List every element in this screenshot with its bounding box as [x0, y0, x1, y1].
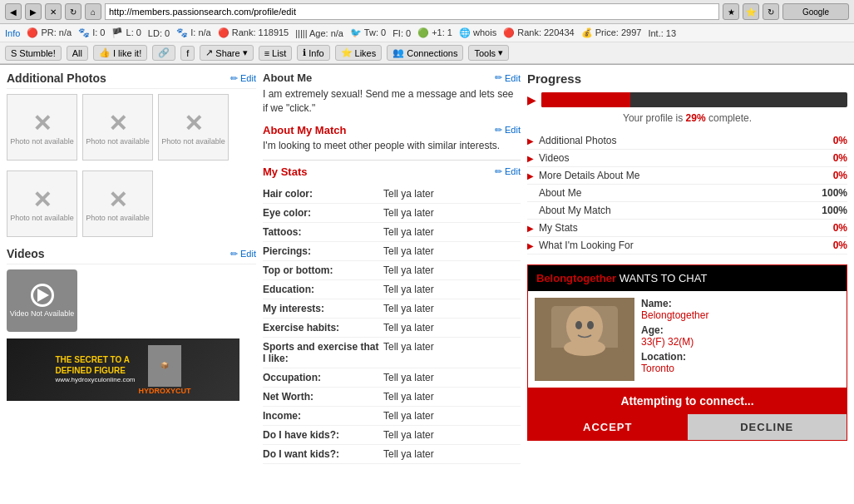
my-stats-title: My Stats [263, 166, 307, 178]
photo-slot-1: ✕ Photo not available [7, 94, 77, 161]
progress-item-arrow-1: ▶ [527, 154, 534, 163]
info-btn[interactable]: ℹ Info [297, 45, 329, 61]
likes-btn[interactable]: ⭐ Likes [335, 45, 383, 61]
progress-item-arrow-2: ▶ [527, 171, 534, 180]
my-stats-edit-label: Edit [505, 166, 521, 176]
chat-status: Attempting to connect... [528, 388, 847, 414]
about-match-title: About My Match [263, 124, 346, 136]
video-not-available-label: Video Not Available [10, 309, 75, 318]
chat-age-value: 33(F) 32(M) [641, 336, 694, 348]
connections-label: Connections [407, 48, 457, 58]
address-bar[interactable] [105, 3, 719, 20]
ad-brand: www.hydroxyculonline.com [55, 376, 135, 384]
main-content: Additional Photos ✏ Edit ✕ Photo not ava… [0, 65, 854, 471]
about-match-edit-label: Edit [505, 125, 521, 135]
bookmark-star[interactable]: ★ [723, 3, 739, 20]
all-btn[interactable]: All [67, 46, 88, 61]
ad-banner[interactable]: THE SECRET TO A DEFINED FIGURE www.hydro… [7, 338, 239, 401]
stat-row: Education:Tell ya later [263, 280, 521, 299]
progress-text: Your profile is 29% complete. [527, 112, 847, 124]
ad-line2: DEFINED FIGURE [55, 365, 135, 376]
home-button[interactable]: ⌂ [85, 3, 101, 20]
left-column: Additional Photos ✏ Edit ✕ Photo not ava… [7, 72, 256, 464]
progress-items: ▶Additional Photos0%▶Videos0%▶More Detai… [527, 132, 847, 254]
chat-widget: Belongtogether WANTS TO CHAT [527, 264, 847, 441]
google-search[interactable]: Google [782, 3, 849, 20]
forward-button[interactable]: ▶ [25, 3, 42, 20]
connections-btn[interactable]: 👥 Connections [387, 45, 463, 61]
stat-label-9: Occupation: [263, 372, 383, 383]
video-section: Videos ✏ Edit Video Not Available [7, 247, 256, 332]
accept-button[interactable]: ACCEPT [528, 414, 688, 440]
chat-buttons: ACCEPT DECLINE [528, 414, 847, 440]
about-match-edit-link[interactable]: ✏ Edit [495, 125, 521, 136]
my-stats-edit-link[interactable]: ✏ Edit [495, 166, 521, 177]
chat-name-value: Belongtogether [641, 309, 708, 321]
share-btn[interactable]: ↗ Share ▾ [200, 45, 253, 61]
chat-avatar [535, 298, 634, 381]
bookmarks-bar: S Stumble! All 👍 I like it! 🔗 f ↗ Share … [0, 42, 854, 64]
progress-item-arrow-0: ▶ [527, 136, 534, 146]
photo-slot-5: ✕ Photo not available [82, 170, 153, 237]
progress-item: ▶My Stats0% [527, 220, 847, 237]
progress-item-label-0: Additional Photos [539, 135, 833, 146]
reload-button[interactable]: ↻ [65, 3, 81, 20]
stat-row: Exercise habits:Tell ya later [263, 319, 521, 338]
progress-bar-outer [541, 92, 847, 107]
progress-title: Progress [527, 72, 847, 86]
i0-item: 🐾 I: 0 [78, 27, 105, 38]
fi-item: FI: 0 [392, 28, 411, 38]
stat-label-13: Do I want kids?: [263, 448, 383, 460]
stat-row: Income:Tell ya later [263, 407, 521, 426]
videos-edit-link[interactable]: ✏ Edit [230, 249, 256, 259]
list-btn[interactable]: ≡ List [259, 46, 293, 61]
refresh-btn[interactable]: ↻ [763, 3, 779, 20]
stat-label-7: Exercise habits: [263, 322, 383, 334]
progress-pre: Your profile is [623, 112, 686, 124]
stat-label-5: Education: [263, 284, 383, 295]
progress-item-arrow-4: ▶ [527, 206, 534, 215]
play-button[interactable] [31, 284, 54, 307]
stat-label-8: Sports and exercise that I like: [263, 341, 383, 364]
stat-value-8: Tell ya later [383, 341, 434, 353]
stat-label-3: Piercings: [263, 245, 383, 257]
about-me-section: About Me ✏ Edit I am extremely sexual! S… [263, 72, 521, 116]
stat-row: Eye color:Tell ya later [263, 204, 521, 223]
info-item[interactable]: Info [5, 28, 20, 38]
photos-edit-link[interactable]: ✏ Edit [230, 73, 256, 84]
about-me-edit-link[interactable]: ✏ Edit [495, 72, 521, 83]
my-stats-edit-icon: ✏ [495, 166, 502, 177]
progress-item-pct-5: 0% [833, 222, 847, 234]
age-item: ||||| Age: n/a [295, 28, 343, 38]
tools-btn[interactable]: Tools ▾ [468, 45, 509, 61]
progress-item: ▶Videos0% [527, 150, 847, 167]
photo-slot-3: ✕ Photo not available [158, 94, 229, 161]
rank1-item: 🔴 Rank: 118915 [218, 27, 289, 38]
decline-button[interactable]: DECLINE [688, 414, 847, 440]
chat-name-row: Name: Belongtogether [641, 298, 840, 321]
stumble-btn[interactable]: S Stumble! [5, 46, 62, 61]
stat-value-2: Tell ya later [383, 226, 434, 238]
browser-nav: ◀ ▶ ✕ ↻ ⌂ ★ ⭐ ↻ Google [0, 0, 854, 24]
stat-row: Sports and exercise that I like:Tell ya … [263, 338, 521, 368]
photos-edit-label: Edit [240, 73, 256, 83]
video-placeholder[interactable]: Video Not Available [7, 269, 77, 332]
ad-product-icon: 📦 [160, 362, 169, 369]
back-button[interactable]: ◀ [5, 3, 22, 20]
progress-pct: 29% [686, 112, 706, 124]
photo-grid-bottom: ✕ Photo not available ✕ Photo not availa… [7, 170, 256, 237]
stop-button[interactable]: ✕ [45, 3, 62, 20]
stat-value-4: Tell ya later [383, 264, 434, 276]
fb-btn[interactable]: f [180, 46, 195, 61]
ilike-btn[interactable]: 👍 I like it! [93, 45, 147, 61]
rank2-item: 🔴 Rank: 220434 [503, 27, 575, 38]
chat-body: Name: Belongtogether Age: 33(F) 32(M) Lo… [528, 291, 847, 388]
bookmark-add[interactable]: ⭐ [743, 3, 759, 20]
progress-item: ▶More Details About Me0% [527, 167, 847, 185]
info-icon: ℹ [303, 47, 306, 58]
progress-item-arrow-5: ▶ [527, 224, 534, 233]
ad-brand-label: HYDROXYCUT [139, 387, 191, 395]
chat-wants-label: WANTS TO CHAT [620, 272, 708, 284]
share-group-btn[interactable]: 🔗 [152, 45, 175, 61]
progress-item: ▶About Me100% [527, 185, 847, 202]
